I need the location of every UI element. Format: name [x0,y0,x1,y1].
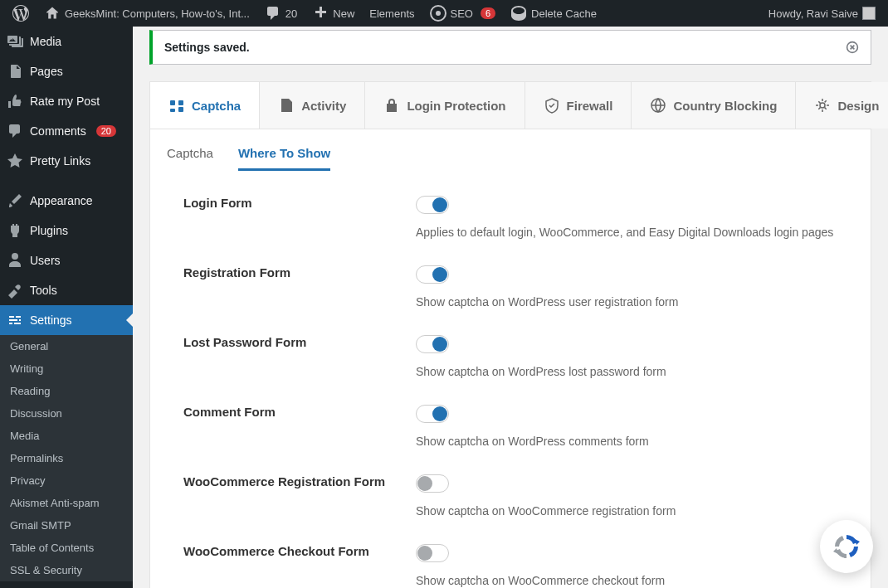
new-content-link[interactable]: New [306,0,360,27]
avatar [862,7,876,20]
main-content: Settings saved. Captcha Activity Login P… [133,27,888,588]
menu-label: Pages [30,65,63,78]
cache-icon [510,5,527,22]
close-icon [846,41,859,54]
toggle-switch[interactable] [416,196,449,214]
menu-tools[interactable]: Tools [0,275,133,305]
menu-label: Comments [30,124,86,138]
seo-label: SEO [451,7,473,20]
secondary-tabs: Captcha Where To Show [150,129,871,171]
svg-point-8 [820,103,825,108]
tab-label: Firewall [567,99,613,113]
submenu-reading[interactable]: Reading [0,380,133,402]
captcha-icon [168,97,185,114]
form-row: WooCommerce Checkout FormShow captcha on… [183,544,837,587]
tab-country-blocking[interactable]: Country Blocking [632,82,796,129]
globe-icon [650,97,666,114]
dismiss-button[interactable] [846,41,859,54]
menu-label: Users [30,254,61,267]
star-icon [7,153,23,169]
submenu-toc[interactable]: Table of Contents [0,537,133,559]
tab-label: Activity [301,99,346,113]
notice-banner: Settings saved. [149,30,871,65]
toggle-knob [432,337,447,352]
seo-badge: 6 [481,7,495,19]
tab-design[interactable]: Design [796,82,888,129]
admin-sidebar: Media Pages Rate my Post Comments 20 Pre… [0,27,133,588]
submenu-media[interactable]: Media [0,425,133,447]
comments-badge: 20 [96,125,116,137]
form-row-control: Show captcha on WordPress lost password … [416,335,837,378]
menu-settings[interactable]: Settings [0,305,133,335]
notice-text: Settings saved. [164,41,250,54]
sliders-icon [7,312,23,328]
form-row-control: Applies to default login, WooCommerce, a… [416,196,837,239]
toggle-switch[interactable] [416,405,449,423]
menu-label: Rate my Post [30,95,100,108]
tab-activity[interactable]: Activity [260,82,365,129]
submenu-akismet[interactable]: Akismet Anti-spam [0,492,133,514]
menu-label: Media [30,35,61,48]
subtab-captcha[interactable]: Captcha [167,146,213,171]
wp-logo[interactable] [7,0,35,27]
toggle-knob [417,546,432,561]
my-account-link[interactable]: Howdy, Ravi Saive [763,0,881,27]
lock-icon [383,97,400,114]
form-row: Registration FormShow captcha on WordPre… [183,265,837,309]
tab-firewall[interactable]: Firewall [525,82,632,129]
site-name-link[interactable]: GeeksMint: Computers, How-to's, Int... [38,0,256,27]
svg-rect-3 [170,100,175,105]
form-row-description: Show captcha on WordPress user registrat… [416,295,837,309]
tab-login-protection[interactable]: Login Protection [365,82,525,129]
submenu-general[interactable]: General [0,335,133,357]
tabs-container: Captcha Activity Login Protection Firewa… [149,81,871,588]
menu-rate-my-post[interactable]: Rate my Post [0,86,133,116]
form-row-label: WooCommerce Registration Form [183,474,416,488]
toggle-switch[interactable] [416,474,449,493]
seo-link[interactable]: SEO 6 [424,0,502,27]
toggle-switch[interactable] [416,265,449,284]
form-row: Comment FormShow captcha on WordPress co… [183,405,837,448]
comment-icon [265,5,281,22]
svg-point-1 [436,11,441,16]
admin-bar: GeeksMint: Computers, How-to's, Int... 2… [0,0,888,27]
menu-label: Pretty Links [30,154,90,168]
menu-comments[interactable]: Comments 20 [0,116,133,146]
admin-bar-left: GeeksMint: Computers, How-to's, Int... 2… [7,0,603,27]
floating-help-button[interactable] [820,520,873,573]
elements-link[interactable]: Elements [363,0,420,27]
menu-media[interactable]: Media [0,27,133,56]
toggle-switch[interactable] [416,335,449,353]
submenu-privacy[interactable]: Privacy [0,469,133,492]
form-row-control: Show captcha on WordPress user registrat… [416,265,837,309]
shield-icon [544,97,560,114]
submenu-writing[interactable]: Writing [0,357,133,380]
submenu-discussion[interactable]: Discussion [0,402,133,425]
menu-appearance[interactable]: Appearance [0,186,133,216]
menu-pretty-links[interactable]: Pretty Links [0,146,133,176]
menu-users[interactable]: Users [0,245,133,275]
form-row-control: Show captcha on WooCommerce registration… [416,474,837,518]
submenu-gmail-smtp[interactable]: Gmail SMTP [0,514,133,537]
tab-captcha[interactable]: Captcha [150,82,260,129]
toggle-knob [432,197,447,212]
submenu-permalinks[interactable]: Permalinks [0,447,133,469]
activity-icon [278,97,295,114]
delete-cache-link[interactable]: Delete Cache [505,0,603,27]
comments-link[interactable]: 20 [259,0,303,27]
submenu-ssl[interactable]: SSL & Security [0,559,133,581]
plugin-icon [7,222,23,239]
form-row-description: Applies to default login, WooCommerce, a… [416,226,837,239]
admin-bar-right: Howdy, Ravi Saive [763,0,881,27]
toggle-switch[interactable] [416,544,449,562]
brush-icon [7,192,23,209]
menu-pages[interactable]: Pages [0,56,133,86]
form-row-description: Show captcha on WooCommerce checkout for… [416,574,837,587]
form-rows: Login FormApplies to default login, WooC… [150,171,871,588]
settings-submenu: General Writing Reading Discussion Media… [0,335,133,581]
form-row-description: Show captcha on WordPress comments form [416,435,837,448]
primary-tabs: Captcha Activity Login Protection Firewa… [150,82,871,129]
user-icon [7,252,23,269]
menu-plugins[interactable]: Plugins [0,216,133,245]
subtab-where-to-show[interactable]: Where To Show [238,146,330,171]
